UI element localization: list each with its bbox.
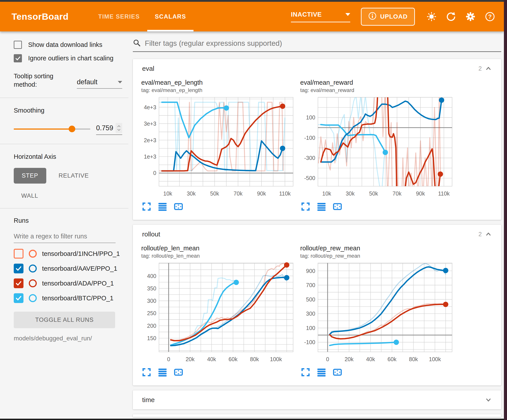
svg-text:1e+3: 1e+3 [144, 153, 156, 160]
tab-time-series[interactable]: TIME SERIES [91, 2, 148, 31]
svg-text:30k: 30k [345, 190, 355, 197]
chart-action-toolbar [141, 365, 296, 381]
smoothing-slider[interactable] [14, 129, 90, 130]
run-row-aave[interactable]: tensorboard/AAVE/PPO_1 [14, 264, 122, 273]
run-checkbox[interactable] [14, 264, 23, 273]
svg-text:0: 0 [167, 356, 170, 362]
chart-title: rollout/ep_len_mean [141, 245, 296, 252]
chart-action-toolbar [300, 365, 455, 381]
svg-text:10k: 10k [322, 190, 331, 197]
value-stepper[interactable] [116, 123, 122, 133]
settings-icon[interactable] [465, 11, 476, 22]
checkbox-checked [14, 54, 22, 62]
data-table-icon[interactable] [158, 202, 167, 211]
svg-text:50k: 50k [369, 190, 378, 197]
run-row-btc[interactable]: tensorboard/BTC/PPO_1 [14, 293, 122, 303]
divider [0, 144, 128, 144]
toggle-all-runs-button[interactable]: TOGGLE ALL RUNS [14, 312, 115, 328]
fullscreen-icon[interactable] [142, 367, 151, 377]
search-icon [133, 39, 141, 48]
chart-tag: tag: eval/mean_ep_length [141, 87, 296, 93]
svg-text:350: 350 [147, 285, 156, 291]
upload-button[interactable]: UPLOAD [361, 8, 415, 26]
svg-text:30k: 30k [187, 190, 196, 197]
svg-text:80k: 80k [409, 356, 418, 362]
data-table-icon[interactable] [317, 367, 326, 377]
svg-text:?: ? [488, 13, 492, 20]
fullscreen-icon[interactable] [301, 367, 310, 377]
svg-text:90k: 90k [257, 190, 266, 197]
svg-text:100: 100 [306, 325, 315, 331]
fit-domain-icon[interactable] [332, 367, 342, 377]
svg-text:0: 0 [326, 356, 329, 362]
section-card-partial [133, 414, 501, 417]
axis-relative-button[interactable]: RELATIVE [59, 172, 89, 179]
run-checkbox[interactable] [14, 249, 23, 259]
run-color-ring [29, 279, 37, 287]
svg-text:80k: 80k [250, 356, 259, 362]
runs-filter-input[interactable] [14, 230, 116, 243]
fit-domain-icon[interactable] [332, 202, 342, 211]
chart-tag: tag: rollout/ep_rew_mean [300, 253, 455, 259]
svg-text:90k: 90k [416, 190, 425, 197]
svg-text:200: 200 [147, 323, 156, 329]
run-checkbox[interactable] [14, 293, 23, 303]
brightness-icon[interactable] [426, 11, 437, 22]
fullscreen-icon[interactable] [142, 202, 151, 211]
window-right-strip [504, 0, 507, 420]
svg-text:-500: -500 [304, 175, 315, 181]
section-header-time[interactable]: time [133, 390, 501, 409]
svg-text:-300: -300 [304, 155, 315, 161]
smoothing-label: Smoothing [14, 107, 122, 114]
chart-eval-mean-reward: eval/mean_rewardtag: eval/mean_reward10k… [300, 79, 455, 215]
help-icon[interactable]: ? [484, 11, 495, 22]
section-card-rollout: rollout 2 rollout/ep_len_meantag: rollou… [133, 225, 501, 386]
refresh-icon[interactable] [445, 11, 457, 22]
tooltip-sorting-select[interactable]: default [77, 78, 122, 89]
runs-title: Runs [14, 217, 122, 224]
line-chart-plot[interactable]: 020k40k60k80k100k150200250300350400 [141, 261, 296, 364]
chart-tag: tag: rollout/ep_len_mean [141, 253, 296, 259]
axis-wall-button[interactable]: WALL [21, 193, 38, 199]
ignore-outliers-checkbox[interactable]: Ignore outliers in chart scaling [14, 54, 122, 62]
fit-domain-icon[interactable] [174, 202, 183, 211]
svg-text:400: 400 [147, 273, 156, 279]
svg-text:300: 300 [147, 298, 156, 304]
run-row-ada[interactable]: tensorboard/ADA/PPO_1 [14, 278, 122, 288]
chart-rollout-ep-rew-mean: rollout/ep_rew_meantag: rollout/ep_rew_m… [300, 245, 455, 381]
line-chart-plot[interactable]: 10k30k50k70k90k110k100-100-300-500 [300, 96, 455, 199]
settings-sidebar: Show data download links Ignore outliers… [0, 31, 128, 419]
section-card-eval: eval 2 eval/mean_ep_lengthtag: eval/mean… [133, 59, 501, 220]
run-color-ring [29, 264, 37, 272]
chevron-down-icon [345, 13, 350, 16]
smoothing-value-input[interactable]: 0.759 [96, 124, 115, 132]
line-chart-plot[interactable]: 020k40k60k80k100k-100100300500700900 [300, 261, 455, 364]
data-table-icon[interactable] [317, 202, 326, 211]
section-card-time: time [133, 390, 501, 409]
slider-knob[interactable] [69, 126, 75, 132]
run-checkbox[interactable] [14, 278, 23, 288]
chart-tag: tag: eval/mean_reward [300, 87, 455, 93]
chevron-up-icon[interactable] [485, 65, 492, 72]
chevron-down-icon[interactable] [485, 396, 492, 403]
tab-scalars[interactable]: SCALARS [147, 2, 193, 31]
section-header-eval[interactable]: eval 2 [133, 59, 501, 78]
fit-domain-icon[interactable] [174, 367, 183, 377]
axis-step-button[interactable]: STEP [14, 168, 46, 184]
svg-text:0: 0 [153, 170, 156, 176]
status-dropdown[interactable]: INACTIVE [291, 11, 350, 22]
run-row-1inch[interactable]: tensorboard/1INCH/PPO_1 [14, 249, 122, 259]
svg-text:150: 150 [147, 335, 156, 341]
show-download-links-checkbox[interactable]: Show data download links [14, 41, 122, 49]
checkbox-unchecked [14, 41, 22, 49]
filter-tags-input[interactable] [145, 39, 501, 48]
chevron-up-icon[interactable] [485, 231, 492, 238]
line-chart-plot[interactable]: 10k30k50k70k90k110k01e+32e+33e+34e+3 [141, 96, 296, 199]
runs-directory-label: models/debugged_eval_run/ [14, 335, 122, 342]
fullscreen-icon[interactable] [301, 202, 310, 211]
chevron-down-icon [118, 81, 122, 83]
svg-text:3e+3: 3e+3 [144, 121, 156, 127]
chart-title: eval/mean_reward [300, 79, 455, 86]
data-table-icon[interactable] [158, 367, 167, 377]
section-header-rollout[interactable]: rollout 2 [133, 225, 501, 244]
